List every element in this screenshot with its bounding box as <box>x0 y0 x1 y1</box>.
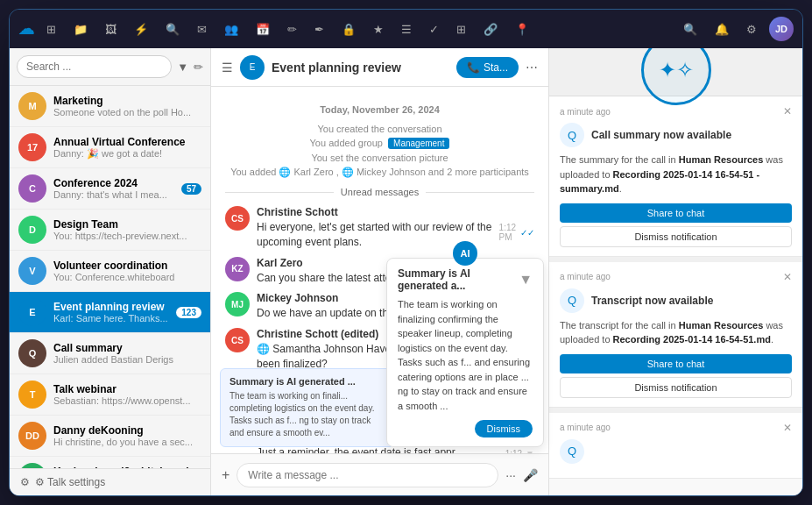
chat-header: ☰ E Event planning review 📞 Sta... ⋯ <box>211 48 548 87</box>
conversation-item-event-planning[interactable]: E Event planning review Karl: Same here.… <box>10 292 210 333</box>
system-msg-2: You added group Management <box>225 138 534 149</box>
chat-input-area: + ··· 🎤 <box>211 453 548 495</box>
conv-name-conference-2024: Conference 2024 <box>53 177 174 189</box>
conversation-item-marketing[interactable]: M Marketing Someone voted on the poll Ho… <box>10 86 210 127</box>
dismiss-notification-button-2[interactable]: Dismiss notification <box>560 377 792 398</box>
notification-card-3: a minute ago ✕ Q <box>549 413 802 479</box>
notif-icon-3: Q <box>560 439 584 464</box>
conversation-item-call-summary[interactable]: Q Call summary Julien added Bastian Deri… <box>10 333 210 374</box>
conv-avatar-talk-webinar: T <box>18 381 46 409</box>
sidebar-toggle-icon[interactable]: ☰ <box>222 60 233 75</box>
msg-text-7: Just a reminder, the event date is fast … <box>257 446 505 453</box>
sidebar-search-area: ▼ ✏ <box>10 48 210 86</box>
conv-preview-talk-webinar: Sebastian: https://www.openst... <box>53 395 201 406</box>
conversation-item-design-team[interactable]: D Design Team You: https://tech-preview.… <box>10 210 210 251</box>
conv-preview-annual-conference: Danny: 🎉 we got a date! <box>53 148 201 160</box>
chat-avatar: E <box>240 55 265 80</box>
nav-icon-contacts[interactable]: 👥 <box>219 19 244 39</box>
nav-icon-draw[interactable]: ✒ <box>309 19 329 39</box>
conversation-item-conference-2024[interactable]: C Conference 2024 Danny: that's what I m… <box>10 168 210 210</box>
chat-message-input[interactable] <box>237 463 498 487</box>
ai-summary-expand-icon[interactable]: ▼ <box>519 272 533 288</box>
notif-time-3: a minute ago <box>560 423 611 432</box>
conversation-item-annual-conference[interactable]: 17 Annual Virtual Conference Danny: 🎉 we… <box>10 127 210 168</box>
nav-avatar[interactable]: JD <box>769 17 794 41</box>
conv-avatar-annual-conference: 17 <box>18 133 46 161</box>
system-msg-3: You set the conversation picture <box>225 153 534 163</box>
conversation-item-volunteer[interactable]: V Volunteer coordination You: Conference… <box>10 251 210 292</box>
filter-icon[interactable]: ▼ <box>177 60 188 74</box>
nav-icon-text[interactable]: ✏ <box>282 19 302 39</box>
msg-time-1: 1:12 PM <box>499 223 517 242</box>
notif-close-3[interactable]: ✕ <box>783 422 792 434</box>
conv-name-design-team: Design Team <box>53 218 201 231</box>
chat-mic-icon[interactable]: 🎤 <box>523 468 538 482</box>
nav-icon-link[interactable]: 🔗 <box>478 19 503 39</box>
chat-add-button[interactable]: + <box>222 467 229 483</box>
conv-badge-event-planning: 123 <box>176 307 201 318</box>
dismiss-notification-button-1[interactable]: Dismiss notification <box>560 226 792 247</box>
settings-label: ⚙ Talk settings <box>35 476 105 488</box>
share-to-chat-button-2[interactable]: Share to chat <box>560 354 792 373</box>
notif-close-2[interactable]: ✕ <box>783 271 792 283</box>
nav-icon-location[interactable]: 📍 <box>510 19 534 39</box>
conv-info-call-summary: Call summary Julien added Bastian Derigs <box>53 342 201 365</box>
conv-name-marketing: Marketing <box>53 95 201 107</box>
nav-icon-photos[interactable]: 🖼 <box>100 19 122 39</box>
conversation-item-danny-dekooning[interactable]: DD Danny deKooning Hi christine, do you … <box>10 416 210 457</box>
conv-name-volunteer: Volunteer coordination <box>53 260 201 272</box>
notif-title-1: Call summary now available <box>591 129 731 141</box>
nav-icon-mail[interactable]: ✉ <box>192 19 212 39</box>
conv-avatar-danny-dekooning: DD <box>18 422 46 450</box>
conv-avatar-conference-2024: C <box>18 174 46 203</box>
start-call-button[interactable]: 📞 Sta... <box>456 57 519 78</box>
nav-icon-check[interactable]: ✓ <box>424 19 444 39</box>
conv-info-marketing: Marketing Someone voted on the poll Ho..… <box>53 95 201 117</box>
conv-name-danny-dekooning: Danny deKooning <box>53 424 201 437</box>
notif-close-1[interactable]: ✕ <box>783 105 792 117</box>
settings-icon: ⚙ <box>20 476 30 488</box>
notif-time-1: a minute ago <box>560 107 611 117</box>
conv-info-event-planning: Event planning review Karl: Same here. T… <box>53 301 169 324</box>
nav-icon-calendar[interactable]: 📅 <box>251 19 275 39</box>
system-msg-4: You added 🌐 Karl Zero , 🌐 Mickey Johnson… <box>225 167 534 178</box>
system-msg-1: You created the conversation <box>225 124 534 134</box>
nav-icon-search[interactable]: 🔍 <box>160 19 185 39</box>
nav-settings-btn[interactable]: ⚙ <box>741 19 762 39</box>
nav-search-btn[interactable]: 🔍 <box>678 19 703 39</box>
nav-icon-files[interactable]: 📁 <box>68 19 93 39</box>
share-to-chat-button-1[interactable]: Share to chat <box>560 203 792 223</box>
conversation-item-kanban[interactable]: K Kanban board2.whiteboard You ended the… <box>10 457 210 468</box>
ai-summary-text: The team is working on finalizing confir… <box>398 297 533 413</box>
conv-avatar-event-planning: E <box>18 298 46 326</box>
conv-name-talk-webinar: Talk webinar <box>53 383 201 395</box>
message-group-1: CS Christine Schott Hi everyone, let's g… <box>225 206 534 250</box>
conversation-list: M Marketing Someone voted on the poll Ho… <box>10 86 210 468</box>
msg-sender-1: Christine Schott <box>257 206 534 218</box>
notif-icon-2: Q <box>560 288 584 313</box>
chat-menu-dots[interactable]: ··· <box>505 468 516 482</box>
app-logo: ☁ <box>18 19 34 39</box>
nav-icon-star[interactable]: ★ <box>368 19 389 39</box>
ai-summary-bg-title: Summary is AI generated ... <box>229 376 385 387</box>
msg-avatar-3: MJ <box>225 292 250 317</box>
new-chat-icon[interactable]: ✏ <box>194 60 203 74</box>
nav-icon-grid2[interactable]: ⊞ <box>451 19 471 39</box>
talk-settings-button[interactable]: ⚙ ⚙ Talk settings <box>10 468 210 495</box>
notif-icon-1: Q <box>560 123 584 147</box>
conversation-sidebar: ▼ ✏ M Marketing Someone voted on the pol… <box>10 48 211 495</box>
nav-notifications-btn[interactable]: 🔔 <box>710 19 734 39</box>
conv-preview-event-planning: Karl: Same here. Thanks... <box>53 313 169 324</box>
nav-icon-list[interactable]: ☰ <box>396 19 417 39</box>
notification-card-2: a minute ago ✕ Q Transcript now availabl… <box>549 262 802 408</box>
nav-icon-grid[interactable]: ⊞ <box>41 19 61 39</box>
conv-avatar-design-team: D <box>18 216 46 244</box>
ai-dismiss-button[interactable]: Dismiss <box>475 420 533 437</box>
search-input[interactable] <box>17 55 172 78</box>
conv-info-design-team: Design Team You: https://tech-preview.ne… <box>53 218 201 241</box>
conv-badge-conference-2024: 57 <box>181 183 201 195</box>
nav-icon-activity[interactable]: ⚡ <box>129 19 153 39</box>
chat-menu-icon[interactable]: ⋯ <box>526 60 538 75</box>
nav-icon-lock[interactable]: 🔒 <box>336 19 361 39</box>
conversation-item-talk-webinar[interactable]: T Talk webinar Sebastian: https://www.op… <box>10 374 210 416</box>
